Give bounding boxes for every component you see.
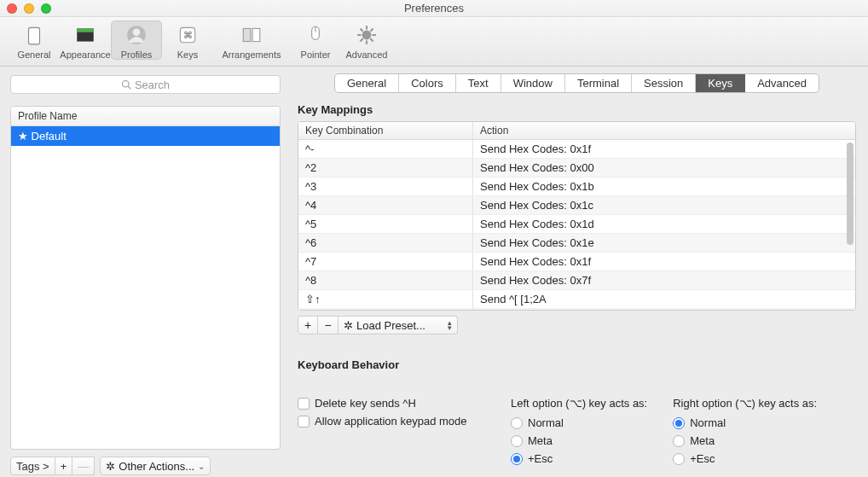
cell-action: Send Hex Codes: 0x1b <box>473 177 855 195</box>
other-actions-label: Other Actions... <box>119 460 194 473</box>
cell-key: ^7 <box>298 253 473 270</box>
cell-action: Send Hex Codes: 0x7f <box>473 271 855 289</box>
checkbox-label: Delete key sends ^H <box>315 397 416 410</box>
table-row[interactable]: ^↑Send ^[ [1;5A <box>298 309 855 311</box>
profiles-icon <box>121 22 152 48</box>
cell-action: Send Hex Codes: 0x00 <box>473 159 855 177</box>
gear-icon: ✲ <box>344 319 353 332</box>
cell-action: Send Hex Codes: 0x1d <box>473 215 855 233</box>
table-row[interactable]: ^3Send Hex Codes: 0x1b <box>298 177 855 196</box>
subtab-keys[interactable]: Keys <box>696 74 745 92</box>
svg-line-19 <box>370 28 373 31</box>
add-mapping-button[interactable]: + <box>298 316 318 334</box>
svg-line-17 <box>370 38 373 41</box>
subtab-text[interactable]: Text <box>456 74 501 92</box>
radio-icon <box>673 417 685 429</box>
table-row[interactable]: ^5Send Hex Codes: 0x1d <box>298 215 855 234</box>
toolbar-label: Arrangements <box>222 49 281 60</box>
profile-row-default[interactable]: ★ Default <box>11 126 280 146</box>
subtab-session[interactable]: Session <box>632 74 696 92</box>
cell-key: ^4 <box>298 196 473 214</box>
toolbar-label: General <box>17 49 50 60</box>
column-header-key[interactable]: Key Combination <box>298 122 473 139</box>
table-row[interactable]: ^7Send Hex Codes: 0x1f <box>298 253 855 271</box>
table-row[interactable]: ^8Send Hex Codes: 0x7f <box>298 271 855 290</box>
left-option-radio-plusesc[interactable]: +Esc <box>511 452 647 465</box>
right-option-radio-plusesc[interactable]: +Esc <box>673 452 817 465</box>
remove-mapping-button[interactable]: − <box>318 316 339 334</box>
right-option-label: Right option (⌥) key acts as: <box>673 397 817 410</box>
close-window-button[interactable] <box>7 3 17 14</box>
chevron-updown-icon: ▴▾ <box>448 320 452 330</box>
subtab-colors[interactable]: Colors <box>399 74 456 92</box>
table-row[interactable]: ^-Send Hex Codes: 0x1f <box>298 140 855 159</box>
key-mappings-footer: + − ✲ Load Preset... ▴▾ <box>298 316 856 334</box>
checkbox-icon <box>298 416 310 428</box>
table-row[interactable]: ⇧↑Send ^[ [1;2A <box>298 290 855 309</box>
toolbar-item-advanced[interactable]: Advanced <box>341 20 392 60</box>
checkbox-label: Allow application keypad mode <box>315 415 467 428</box>
svg-point-4 <box>133 28 141 36</box>
minimize-window-button[interactable] <box>24 3 34 14</box>
gear-icon: ✲ <box>106 460 115 473</box>
sidebar: Search Profile Name ★ Default Tags > + —… <box>0 67 286 477</box>
radio-label: Normal <box>690 416 726 429</box>
scrollbar[interactable] <box>847 143 854 245</box>
table-row[interactable]: ^2Send Hex Codes: 0x00 <box>298 159 855 177</box>
cell-action: Send Hex Codes: 0x1e <box>473 234 855 252</box>
allow-keypad-checkbox[interactable]: Allow application keypad mode <box>298 415 485 428</box>
toolbar-item-arrangements[interactable]: Arrangements <box>213 20 290 60</box>
tags-button[interactable]: Tags > <box>10 457 55 475</box>
other-actions-menu[interactable]: ✲ Other Actions... ⌄ <box>100 457 211 475</box>
svg-point-20 <box>122 81 129 88</box>
main-panel: GeneralColorsTextWindowTerminalSessionKe… <box>286 67 868 477</box>
cell-key: ^5 <box>298 215 473 233</box>
delete-sends-ctrl-h-checkbox[interactable]: Delete key sends ^H <box>298 397 485 410</box>
zoom-window-button[interactable] <box>41 3 51 14</box>
toolbar-label: Advanced <box>346 49 388 60</box>
load-preset-menu[interactable]: ✲ Load Preset... ▴▾ <box>339 316 458 334</box>
cell-key: ^- <box>298 140 473 158</box>
svg-point-11 <box>362 31 372 40</box>
left-option-radio-meta[interactable]: Meta <box>511 434 647 447</box>
profile-list-header[interactable]: Profile Name <box>11 107 280 126</box>
window-controls <box>7 3 51 14</box>
column-header-action[interactable]: Action <box>473 122 855 139</box>
radio-label: Meta <box>528 434 553 447</box>
subtab-terminal[interactable]: Terminal <box>565 74 632 92</box>
search-input[interactable]: Search <box>10 75 281 94</box>
radio-label: Normal <box>528 416 564 429</box>
toolbar-item-pointer[interactable]: Pointer <box>290 20 341 60</box>
table-row[interactable]: ^4Send Hex Codes: 0x1c <box>298 196 855 215</box>
general-icon <box>19 22 49 48</box>
window-title: Preferences <box>404 2 464 15</box>
toolbar-item-appearance[interactable]: Appearance <box>60 20 111 60</box>
cell-action: Send Hex Codes: 0x1c <box>473 196 855 214</box>
cell-key: ^3 <box>298 177 473 195</box>
pointer-icon <box>300 22 331 48</box>
svg-line-18 <box>360 38 362 41</box>
subtab-general[interactable]: General <box>335 74 399 92</box>
toolbar-item-profiles[interactable]: Profiles <box>111 20 162 60</box>
key-mappings-title: Key Mappings <box>298 103 856 116</box>
left-option-radio-normal[interactable]: Normal <box>511 416 647 429</box>
svg-line-21 <box>128 86 130 89</box>
cell-key: ^↑ <box>298 309 473 311</box>
cell-key: ^6 <box>298 234 473 252</box>
toolbar-label: Pointer <box>301 49 331 60</box>
toolbar-item-keys[interactable]: ⌘ Keys <box>162 20 213 60</box>
add-profile-button[interactable]: + <box>55 457 73 475</box>
table-row[interactable]: ^6Send Hex Codes: 0x1e <box>298 234 855 253</box>
subtab-advanced[interactable]: Advanced <box>745 74 819 92</box>
radio-icon <box>673 453 685 465</box>
cell-action: Send Hex Codes: 0x1f <box>473 253 855 270</box>
subtab-window[interactable]: Window <box>501 74 565 92</box>
right-option-radio-normal[interactable]: Normal <box>673 416 817 429</box>
svg-line-16 <box>360 28 362 31</box>
keys-icon: ⌘ <box>172 22 203 48</box>
search-icon <box>121 79 131 90</box>
right-option-radio-meta[interactable]: Meta <box>673 434 817 447</box>
remove-profile-button[interactable]: — <box>72 457 95 475</box>
toolbar-item-general[interactable]: General <box>9 20 60 60</box>
arrangements-icon <box>236 22 267 48</box>
